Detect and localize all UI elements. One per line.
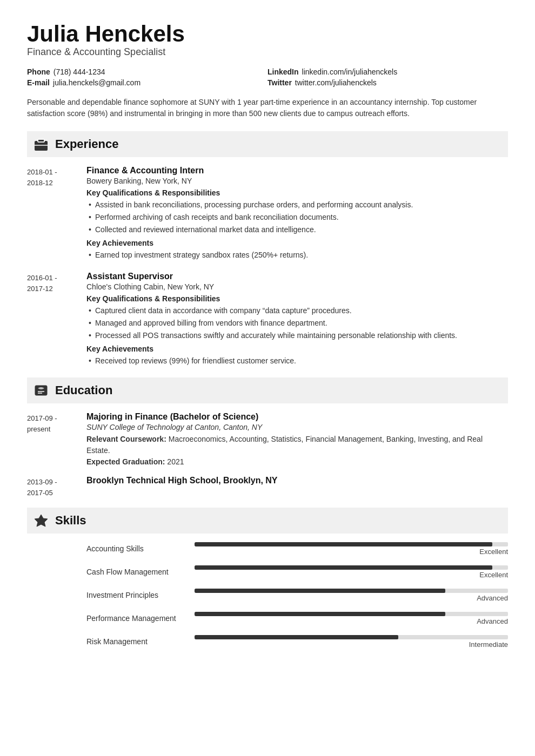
skill-bar-track-3 <box>195 612 508 616</box>
edu-school-0: SUNY College of Technology at Canton, Ca… <box>86 423 508 431</box>
education-icon <box>32 382 50 399</box>
skill-bar-track-1 <box>195 565 508 570</box>
skill-name-2: Investment Principles <box>86 589 195 599</box>
experience-section-header: Experience <box>27 131 508 157</box>
skill-bar-fill-2 <box>195 589 445 593</box>
edu-dates-1: 2013-09 - 2017-05 <box>27 476 86 498</box>
applicant-name: Julia Henckels <box>27 22 508 46</box>
exp-job-title-1: Assistant Supervisor <box>86 272 508 281</box>
edu-coursework-0: Relevant Coursework: Macroeconomics, Acc… <box>86 434 508 456</box>
skill-bar-fill-0 <box>195 542 492 546</box>
exp-company-1: Chloe's Clothing Cabin, New York, NY <box>86 282 508 291</box>
linkedin-item: LinkedInlinkedin.com/in/juliahenckels <box>268 68 508 76</box>
skill-row-0: Accounting SkillsExcellent <box>86 542 508 556</box>
education-entry-1: 2013-09 - 2017-05Brooklyn Technical High… <box>27 476 508 498</box>
exp-content-1: Assistant SupervisorChloe's Clothing Cab… <box>86 272 508 368</box>
skill-bar-track-0 <box>195 542 508 546</box>
edu-dates-0: 2017-09 - present <box>27 412 86 466</box>
exp-ach-list-1: Received top reviews (99%) for friendlie… <box>86 355 508 367</box>
edu-degree-1: Brooklyn Technical High School, Brooklyn… <box>86 476 508 485</box>
applicant-title: Finance & Accounting Specialist <box>27 46 508 58</box>
exp-ach-item-0-0: Earned top investment strategy sandbox r… <box>86 249 508 261</box>
experience-section-title: Experience <box>55 137 118 151</box>
twitter-item: Twittertwitter.com/juliahenckels <box>268 78 508 87</box>
exp-qual-item-0-0: Assisted in bank reconciliations, proces… <box>86 199 508 211</box>
svg-rect-4 <box>35 386 47 395</box>
edu-content-1: Brooklyn Technical High School, Brooklyn… <box>86 476 508 498</box>
skills-section-title: Skills <box>55 514 86 528</box>
phone-item: Phone(718) 444-1234 <box>27 68 268 76</box>
edu-degree-0: Majoring in Finance (Bachelor of Science… <box>86 412 508 422</box>
exp-dates-0: 2018-01 - 2018-12 <box>27 166 86 262</box>
skill-bar-container-2: Advanced <box>195 589 508 602</box>
skill-bar-container-3: Advanced <box>195 612 508 625</box>
skill-bar-track-4 <box>195 635 508 639</box>
skill-bar-track-2 <box>195 589 508 593</box>
phone-label: Phone <box>27 68 50 76</box>
exp-qual-item-0-1: Performed archiving of cash receipts and… <box>86 212 508 223</box>
skill-bar-container-0: Excellent <box>195 542 508 556</box>
exp-qual-item-1-0: Captured client data in accordance with … <box>86 305 508 316</box>
skill-bar-fill-3 <box>195 612 445 616</box>
skill-row-4: Risk ManagementIntermediate <box>86 635 508 649</box>
skill-level-4: Intermediate <box>469 640 508 649</box>
twitter-value: twitter.com/juliahenckels <box>295 78 377 87</box>
exp-company-0: Bowery Banking, New York, NY <box>86 177 508 185</box>
exp-ach-item-1-0: Received top reviews (99%) for friendlie… <box>86 355 508 367</box>
exp-dates-1: 2016-01 - 2017-12 <box>27 272 86 368</box>
skill-name-0: Accounting Skills <box>86 542 195 553</box>
skill-name-3: Performance Management <box>86 612 195 623</box>
exp-qual-label-0: Key Qualifications & Responsibilities <box>86 188 508 197</box>
skill-bar-fill-4 <box>195 635 398 639</box>
exp-ach-label-0: Key Achievements <box>86 239 508 247</box>
edu-content-0: Majoring in Finance (Bachelor of Science… <box>86 412 508 466</box>
email-item: E-mailjulia.henckels@gmail.com <box>27 78 268 87</box>
skill-level-3: Advanced <box>477 617 508 625</box>
skill-level-2: Advanced <box>477 594 508 602</box>
skill-level-0: Excellent <box>479 548 508 556</box>
exp-ach-list-0: Earned top investment strategy sandbox r… <box>86 249 508 261</box>
education-section-title: Education <box>55 383 112 397</box>
exp-qual-label-1: Key Qualifications & Responsibilities <box>86 294 508 303</box>
skill-row-2: Investment PrinciplesAdvanced <box>86 589 508 602</box>
experience-icon <box>32 136 50 153</box>
skill-bar-fill-1 <box>195 565 492 570</box>
skill-row-3: Performance ManagementAdvanced <box>86 612 508 625</box>
exp-qual-item-1-2: Processed all POS transactions swiftly a… <box>86 330 508 341</box>
summary-text: Personable and dependable finance sophom… <box>27 97 508 119</box>
education-entries: 2017-09 - presentMajoring in Finance (Ba… <box>27 412 508 498</box>
phone-value: (718) 444-1234 <box>54 68 105 76</box>
skills-section-header: Skills <box>27 508 508 534</box>
exp-ach-label-1: Key Achievements <box>86 345 508 353</box>
skill-name-1: Cash Flow Management <box>86 565 195 576</box>
edu-graduation-0: Expected Graduation: 2021 <box>86 457 508 466</box>
experience-entry-1: 2016-01 - 2017-12Assistant SupervisorChl… <box>27 272 508 368</box>
exp-qual-item-1-1: Managed and approved billing from vendor… <box>86 318 508 329</box>
linkedin-label: LinkedIn <box>268 68 299 76</box>
experience-entry-0: 2018-01 - 2018-12Finance & Accounting In… <box>27 166 508 262</box>
skill-bar-container-1: Excellent <box>195 565 508 579</box>
email-label: E-mail <box>27 78 50 87</box>
skill-name-4: Risk Management <box>86 635 195 646</box>
skill-level-1: Excellent <box>479 571 508 579</box>
contact-grid: Phone(718) 444-1234 LinkedInlinkedin.com… <box>27 68 508 87</box>
education-section-header: Education <box>27 377 508 403</box>
exp-qual-item-0-2: Collected and reviewed international mar… <box>86 224 508 235</box>
exp-job-title-0: Finance & Accounting Intern <box>86 166 508 176</box>
linkedin-value: linkedin.com/in/juliahenckels <box>302 68 398 76</box>
email-value: julia.henckels@gmail.com <box>53 78 141 87</box>
skills-icon <box>32 512 50 529</box>
skills-container: Accounting SkillsExcellentCash Flow Mana… <box>27 542 508 649</box>
skill-bar-container-4: Intermediate <box>195 635 508 649</box>
exp-content-0: Finance & Accounting InternBowery Bankin… <box>86 166 508 262</box>
exp-qual-list-1: Captured client data in accordance with … <box>86 305 508 341</box>
exp-qual-list-0: Assisted in bank reconciliations, proces… <box>86 199 508 235</box>
twitter-label: Twitter <box>268 78 292 87</box>
education-entry-0: 2017-09 - presentMajoring in Finance (Ba… <box>27 412 508 466</box>
skill-row-1: Cash Flow ManagementExcellent <box>86 565 508 579</box>
experience-entries: 2018-01 - 2018-12Finance & Accounting In… <box>27 166 508 368</box>
